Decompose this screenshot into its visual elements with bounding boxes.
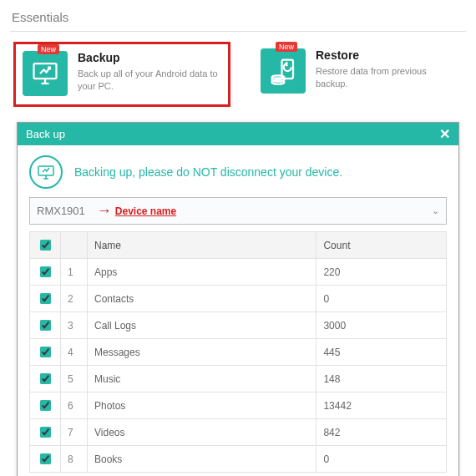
backup-desc: Back up all of your Android data to your… bbox=[78, 68, 220, 93]
device-name-annotation: Device name bbox=[115, 205, 176, 217]
row-count: 148 bbox=[316, 366, 447, 392]
table-row: 1Apps220 bbox=[30, 259, 447, 286]
row-checkbox[interactable] bbox=[40, 427, 51, 438]
instruction-row: Backing up, please do NOT disconnect you… bbox=[29, 155, 447, 189]
row-name: Messages bbox=[88, 339, 316, 366]
restore-phone-icon: New bbox=[261, 48, 306, 94]
row-name: Books bbox=[88, 446, 316, 473]
table-row: 6Photos13442 bbox=[30, 392, 447, 419]
table-row: 4Messages445 bbox=[30, 339, 447, 366]
row-checkbox[interactable] bbox=[40, 400, 51, 411]
backup-monitor-icon: New bbox=[23, 51, 68, 96]
row-index: 3 bbox=[61, 312, 88, 339]
essentials-tiles: New Backup Back up all of your Android d… bbox=[13, 42, 466, 107]
row-count: 445 bbox=[316, 339, 447, 366]
row-count: 220 bbox=[316, 259, 447, 286]
table-row: 5Music148 bbox=[30, 366, 447, 392]
row-index: 2 bbox=[61, 286, 88, 312]
device-name: RMX1901 bbox=[37, 205, 85, 217]
row-count: 842 bbox=[316, 419, 447, 446]
row-count: 0 bbox=[316, 446, 447, 473]
backup-title: Backup bbox=[78, 51, 220, 64]
restore-tile[interactable]: New Restore Restore data from previous b… bbox=[254, 42, 466, 107]
restore-title: Restore bbox=[316, 48, 458, 62]
row-index: 7 bbox=[61, 419, 88, 446]
row-count: 3000 bbox=[316, 312, 447, 339]
row-index: 5 bbox=[61, 366, 88, 392]
row-name: Call Logs bbox=[88, 312, 316, 339]
row-name: Contacts bbox=[88, 286, 316, 312]
row-count: 0 bbox=[316, 286, 447, 312]
row-name: Photos bbox=[88, 392, 316, 419]
close-icon[interactable]: ✕ bbox=[439, 126, 450, 142]
row-index: 8 bbox=[61, 446, 88, 473]
table-row: 7Videos842 bbox=[30, 419, 447, 446]
table-row: 8Books0 bbox=[30, 446, 447, 473]
row-checkbox[interactable] bbox=[40, 320, 51, 331]
backup-dialog: Back up ✕ Backing up, please do NOT disc… bbox=[17, 122, 459, 476]
divider bbox=[10, 31, 466, 32]
page-title: Essentials bbox=[12, 10, 466, 24]
row-checkbox[interactable] bbox=[40, 453, 51, 464]
row-name: Apps bbox=[88, 259, 316, 286]
row-checkbox[interactable] bbox=[40, 293, 51, 304]
row-name: Videos bbox=[88, 419, 316, 446]
chevron-down-icon[interactable]: ⌄ bbox=[432, 205, 439, 216]
instruction-text: Backing up, please do NOT disconnect you… bbox=[74, 165, 342, 179]
row-index: 1 bbox=[61, 259, 88, 286]
table-row: 3Call Logs3000 bbox=[30, 312, 447, 339]
backup-tile[interactable]: New Backup Back up all of your Android d… bbox=[13, 42, 230, 107]
header-count: Count bbox=[316, 232, 447, 259]
table-row: 2Contacts0 bbox=[30, 286, 447, 312]
backup-items-table: Name Count 1Apps2202Contacts03Call Logs3… bbox=[29, 231, 447, 473]
dialog-header: Back up ✕ bbox=[18, 123, 458, 145]
row-count: 13442 bbox=[316, 392, 447, 419]
row-index: 4 bbox=[61, 339, 88, 366]
new-badge: New bbox=[276, 42, 297, 52]
header-name: Name bbox=[88, 232, 316, 259]
arrow-right-icon: → bbox=[97, 202, 110, 220]
header-blank bbox=[61, 232, 88, 259]
select-all-checkbox[interactable] bbox=[40, 240, 51, 251]
row-checkbox[interactable] bbox=[40, 373, 51, 384]
row-checkbox[interactable] bbox=[40, 347, 51, 357]
new-badge: New bbox=[38, 44, 59, 54]
device-dropdown[interactable]: RMX1901 → Device name ⌄ bbox=[29, 197, 447, 225]
row-index: 6 bbox=[61, 392, 88, 419]
monitor-sync-icon bbox=[29, 155, 63, 189]
dialog-title: Back up bbox=[26, 128, 65, 140]
restore-desc: Restore data from previous backup. bbox=[316, 65, 458, 90]
row-checkbox[interactable] bbox=[40, 266, 51, 277]
row-name: Music bbox=[88, 366, 316, 392]
